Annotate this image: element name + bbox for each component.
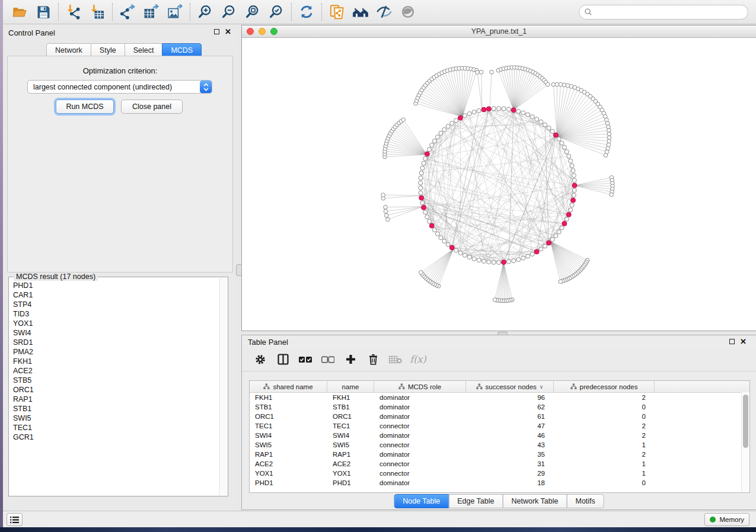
deselect-all-button[interactable] (317, 351, 339, 368)
mcds-hub-node[interactable] (502, 260, 506, 265)
table-row[interactable]: RAP1RAP1dominator352 (250, 450, 749, 459)
mcds-hub-node[interactable] (547, 241, 551, 245)
table-row[interactable]: SWI4SWI4dominator462 (250, 431, 749, 440)
table-row[interactable]: ACE2ACE2connector311 (250, 459, 749, 469)
float-table-panel-icon[interactable] (729, 339, 735, 344)
mcds-result-item[interactable]: CAR1 (9, 290, 219, 300)
table-cell: RAP1 (250, 451, 327, 458)
mcds-result-item[interactable]: ACE2 (9, 366, 219, 376)
mcds-hub-node[interactable] (511, 108, 516, 113)
tab-network-table[interactable]: Network Table (503, 494, 567, 508)
close-table-panel-icon[interactable]: ✕ (740, 339, 747, 344)
table-scrollbar-thumb[interactable] (743, 395, 748, 448)
table-row[interactable]: TEC1TEC1connector472 (250, 421, 749, 431)
memory-button[interactable]: Memory (704, 513, 749, 526)
export-image-button[interactable] (163, 2, 187, 22)
export-table-button[interactable] (139, 2, 163, 22)
mcds-hub-node[interactable] (419, 196, 424, 200)
column-header-successor-nodes[interactable]: successor nodes∨ (466, 381, 554, 392)
mcds-result-item[interactable]: STB1 (9, 404, 219, 414)
function-builder-button[interactable]: f(x) (407, 351, 429, 368)
hide-graphics-details-button[interactable] (372, 2, 396, 22)
split-panel-button[interactable] (272, 351, 294, 368)
table-cell: 2 (554, 422, 655, 430)
open-session-button[interactable] (8, 2, 31, 22)
table-row[interactable]: ORC1ORC1dominator610 (250, 412, 749, 421)
zoom-out-button[interactable] (217, 2, 241, 22)
mcds-hub-node[interactable] (562, 221, 567, 226)
table-cell: SWI4 (327, 432, 374, 439)
column-header-name[interactable]: name (327, 381, 374, 392)
table-cell: STB1 (327, 403, 374, 411)
mcds-result-list[interactable]: PHD1CAR1STP4TID3YOX1SWI4SRD1PMA2FKH1ACE2… (9, 281, 219, 495)
table-settings-button[interactable] (249, 351, 272, 368)
mcds-hub-node[interactable] (553, 133, 558, 137)
import-network-button[interactable] (62, 2, 85, 22)
zoom-in-button[interactable] (193, 2, 217, 22)
mcds-hub-node[interactable] (486, 107, 491, 111)
add-column-button[interactable] (339, 351, 362, 368)
zoom-fit-button[interactable] (241, 2, 264, 22)
show-graphics-details-button[interactable] (396, 2, 420, 22)
task-history-button[interactable] (7, 513, 23, 526)
network-canvas[interactable] (242, 37, 755, 331)
table-scrollbar[interactable] (741, 392, 749, 492)
mcds-list-scrollbar[interactable] (219, 278, 227, 495)
mcds-result-item[interactable]: SWI4 (9, 328, 219, 338)
select-all-button[interactable] (294, 351, 317, 368)
table-cell: connector (374, 470, 466, 477)
mcds-result-item[interactable]: STP4 (9, 300, 219, 309)
mcds-hub-node[interactable] (458, 116, 462, 120)
mcds-result-item[interactable]: SWI5 (9, 414, 219, 423)
export-network-button[interactable] (116, 2, 139, 22)
mcds-result-item[interactable]: RAP1 (9, 395, 219, 404)
table-row[interactable]: YOX1YOX1connector291 (250, 469, 749, 478)
mcds-hub-node[interactable] (429, 223, 434, 228)
table-row[interactable]: PHD1PHD1dominator180 (250, 478, 749, 488)
table-row[interactable]: SWI5SWI5connector431 (250, 440, 749, 450)
criterion-dropdown[interactable]: largest connected component (undirected) (27, 80, 212, 94)
ndex-import-button[interactable] (325, 2, 349, 22)
network-window-titlebar[interactable]: YPA_prune.txt_1 (242, 25, 756, 38)
close-panel-button[interactable]: Close panel (121, 100, 183, 114)
tab-edge-table[interactable]: Edge Table (448, 494, 503, 508)
zoom-selected-button[interactable] (264, 2, 288, 22)
column-header-predecessor-nodes[interactable]: predecessor nodes (554, 381, 655, 392)
mcds-hub-node[interactable] (571, 198, 576, 203)
table-row[interactable]: STB1STB1dominator620 (250, 402, 749, 412)
close-panel-icon[interactable]: ✕ (225, 29, 231, 34)
global-search[interactable] (579, 5, 748, 20)
delete-table-button[interactable] (384, 351, 407, 368)
mcds-result-item[interactable]: SRD1 (9, 338, 219, 347)
mcds-result-item[interactable]: YOX1 (9, 319, 219, 328)
mcds-hub-node[interactable] (534, 249, 539, 254)
table-row[interactable]: FKH1FKH1dominator962 (250, 393, 749, 402)
mcds-result-item[interactable]: FKH1 (9, 357, 219, 366)
mcds-hub-node[interactable] (481, 107, 486, 112)
mcds-result-item[interactable]: GCR1 (9, 432, 219, 442)
mcds-hub-node[interactable] (425, 152, 429, 156)
column-header-MCDS-role[interactable]: MCDS role (374, 381, 466, 392)
float-panel-icon[interactable] (214, 29, 219, 34)
mcds-hub-node[interactable] (572, 183, 577, 188)
save-session-button[interactable] (31, 2, 55, 22)
tab-motifs[interactable]: Motifs (566, 494, 604, 508)
houses-button[interactable] (349, 2, 372, 22)
mcds-result-item[interactable]: PHD1 (9, 281, 219, 290)
mcds-result-item[interactable]: PMA2 (9, 347, 219, 357)
column-header-shared-name[interactable]: shared name (250, 381, 327, 392)
tab-node-table[interactable]: Node Table (394, 494, 449, 508)
import-table-button[interactable] (85, 2, 109, 22)
run-mcds-button[interactable]: Run MCDS (56, 100, 114, 114)
apply-layout-button[interactable] (295, 2, 318, 22)
table-cell: ACE2 (327, 460, 374, 467)
mcds-hub-node[interactable] (449, 245, 454, 250)
delete-column-button[interactable] (362, 351, 384, 368)
mcds-result-item[interactable]: TEC1 (9, 423, 219, 432)
mcds-result-item[interactable]: STB5 (9, 376, 219, 385)
mcds-result-item[interactable]: ORC1 (9, 385, 219, 395)
mcds-hub-node[interactable] (566, 212, 571, 217)
search-input[interactable] (595, 6, 748, 18)
mcds-result-item[interactable]: TID3 (9, 309, 219, 319)
mcds-hub-node[interactable] (421, 205, 426, 210)
